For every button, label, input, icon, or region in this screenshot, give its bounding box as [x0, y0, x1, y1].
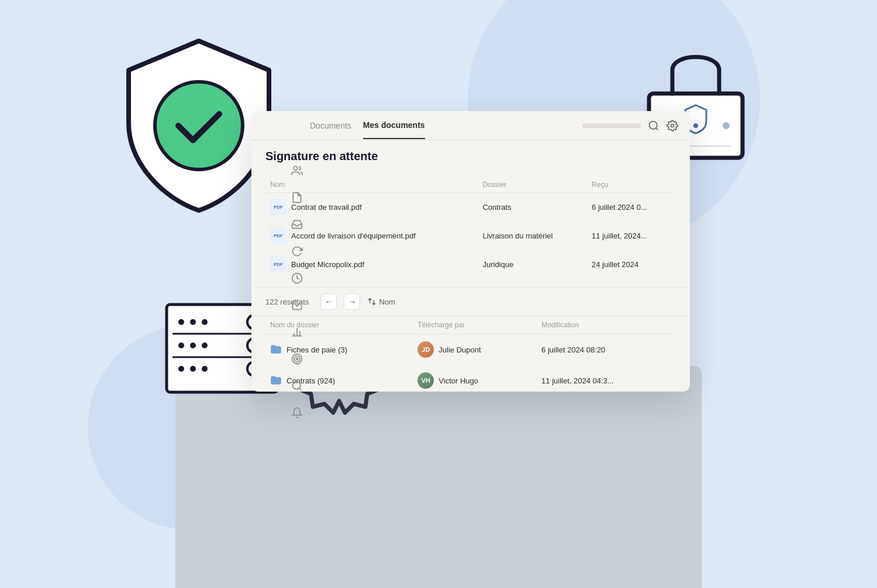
svg-point-22: [650, 121, 657, 129]
col-folder-name: Nom du dossier: [265, 316, 413, 334]
sort-icon: [367, 297, 377, 306]
doc-received: 24 juillet 2024: [587, 250, 676, 279]
sidebar-inbox-icon[interactable]: [290, 217, 304, 231]
doc-folder: Contrats: [478, 193, 587, 222]
svg-point-19: [202, 366, 208, 372]
svg-point-18: [190, 366, 196, 372]
pdf-icon: PDF: [270, 199, 286, 215]
next-page-button[interactable]: →: [344, 293, 360, 310]
table-row[interactable]: PDF Contrat de travail.pdf Contrats 6 ju…: [265, 193, 676, 222]
svg-point-12: [178, 343, 184, 348]
main-ui-panel: Documents Mes documents Signature en att…: [251, 111, 690, 392]
svg-point-7: [178, 319, 184, 325]
sidebar-refresh-icon[interactable]: [290, 244, 304, 258]
svg-point-31: [294, 356, 300, 362]
section-title: Signature en attente: [265, 150, 676, 163]
svg-point-3: [723, 122, 730, 129]
sort-label[interactable]: Nom: [367, 297, 395, 306]
search-bar-placeholder: [582, 123, 641, 128]
modification-date: 6 juillet 2024 08:20: [537, 334, 676, 365]
sidebar-chart-icon[interactable]: [290, 325, 304, 339]
sidebar-check-icon[interactable]: [290, 298, 304, 312]
col-modification: Modification: [537, 316, 676, 334]
sidebar-icons: [290, 164, 304, 420]
sidebar-target-icon[interactable]: [290, 352, 304, 366]
uploader-name: Julie Dupont: [438, 345, 481, 354]
modification-date: 11 juillet, 2024 04:3...: [537, 365, 676, 392]
doc-folder: Juridique: [478, 250, 587, 279]
prev-page-button[interactable]: ←: [320, 293, 337, 310]
svg-point-9: [202, 319, 208, 325]
avatar-victor: VH: [417, 372, 434, 389]
sidebar-bell-icon[interactable]: [290, 406, 304, 420]
settings-icon[interactable]: [667, 120, 678, 132]
doc-name: Accord de livraison d'équipement.pdf: [291, 231, 416, 240]
folder-row[interactable]: Fiches de paie (3) JD Julie Dupont 6 jui…: [265, 334, 676, 365]
folder-icon: [270, 374, 282, 388]
doc-received: 11 juillet, 2024...: [587, 222, 676, 250]
table-row[interactable]: PDF Budget Micropolix.pdf Juridique 24 j…: [265, 250, 676, 279]
svg-point-2: [693, 123, 698, 128]
search-icon[interactable]: [648, 120, 660, 132]
svg-point-0: [155, 82, 243, 170]
tab-bar: Documents Mes documents: [251, 111, 690, 140]
svg-point-17: [178, 366, 184, 372]
sidebar-users-icon[interactable]: [290, 164, 304, 178]
svg-point-24: [294, 167, 298, 171]
doc-received: 6 juillet 2024 0...: [587, 193, 676, 222]
svg-point-32: [296, 358, 298, 359]
monitor-base: [175, 366, 702, 588]
pdf-icon: PDF: [270, 256, 286, 272]
col-folder: Dossier: [478, 177, 587, 193]
sidebar-document-icon[interactable]: [290, 191, 304, 205]
folder-row[interactable]: Contrats (924) VH Victor Hugo 11 juillet…: [265, 365, 676, 392]
col-received: Reçu: [587, 177, 676, 193]
documents-table: Nom Dossier Reçu PDF Contrat de travail.…: [265, 177, 676, 279]
tab-all-documents[interactable]: Documents: [310, 113, 351, 139]
folders-table: Nom du dossier Téléchargé par Modificati…: [265, 316, 676, 392]
folders-table-wrapper: Nom du dossier Téléchargé par Modificati…: [251, 316, 690, 392]
svg-point-13: [190, 343, 196, 348]
pdf-icon: PDF: [270, 227, 286, 244]
sidebar-clock-icon[interactable]: [290, 271, 304, 285]
svg-point-8: [190, 319, 196, 325]
svg-point-14: [202, 343, 208, 348]
tab-bar-actions: [582, 120, 678, 132]
documents-table-wrapper: Nom Dossier Reçu PDF Contrat de travail.…: [251, 177, 690, 279]
doc-folder: Livraison du matériel: [478, 222, 587, 250]
pagination-bar: 122 résultats ← → Nom: [251, 287, 690, 316]
table-row[interactable]: PDF Accord de livraison d'équipement.pdf…: [265, 222, 676, 250]
uploader-name: Victor Hugo: [438, 376, 478, 385]
svg-point-23: [671, 124, 674, 127]
section-header: Signature en attente: [251, 140, 690, 177]
svg-point-33: [293, 382, 301, 389]
col-uploaded-by: Téléchargé par: [413, 316, 537, 334]
avatar-julie: JD: [417, 341, 434, 358]
tab-my-documents[interactable]: Mes documents: [363, 112, 425, 139]
sidebar-search-icon[interactable]: [290, 379, 304, 393]
folder-icon: [270, 343, 282, 357]
